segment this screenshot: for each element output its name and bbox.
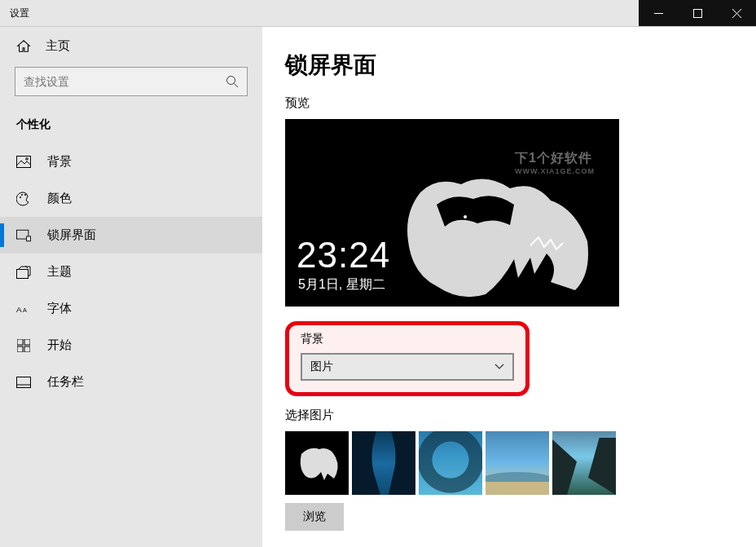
sidebar-item-label: 背景 [47,154,72,170]
svg-text:A: A [16,305,22,314]
svg-point-7 [26,158,29,161]
lockscreen-preview: 下1个好软件 WWW.XIA1GE.COM 23:24 5月1日, 星期二 [285,119,619,307]
close-button[interactable] [717,0,756,26]
dropdown-value: 图片 [310,360,333,374]
thumbnail-1[interactable] [285,431,349,495]
thumbnail-3[interactable] [419,431,482,495]
main-content: 锁屏界面 预览 下1个好软件 WWW.XIA1GE.COM 23:24 5月1日… [262,27,756,547]
svg-text:A: A [23,307,27,314]
browse-button[interactable]: 浏览 [285,503,344,531]
watermark-line1: 下1个好软件 [515,150,595,167]
svg-rect-16 [17,339,23,345]
preview-date: 5月1日, 星期二 [298,276,385,293]
sidebar-item-label: 锁屏界面 [47,227,96,243]
sidebar-item-label: 颜色 [47,191,72,206]
search-field[interactable] [24,75,226,88]
wolf-graphic [388,168,600,307]
svg-point-4 [227,77,235,85]
svg-line-5 [235,84,239,88]
lockscreen-icon [16,229,31,242]
sidebar-item-start[interactable]: 开始 [0,327,262,364]
sidebar-item-label: 主题 [47,264,72,280]
sidebar-item-label: 字体 [47,301,72,316]
sidebar-item-fonts[interactable]: AA 字体 [0,290,262,327]
picture-thumbnails [285,431,725,495]
sidebar-item-colors[interactable]: 颜色 [0,180,262,217]
preview-time: 23:24 [297,235,390,276]
taskbar-icon [16,377,31,388]
svg-point-10 [24,194,26,196]
sidebar-item-themes[interactable]: 主题 [0,254,262,290]
chevron-down-icon [494,364,504,370]
background-label: 背景 [301,332,514,346]
window-title: 设置 [0,7,29,20]
home-label: 主页 [46,38,70,54]
palette-icon [16,192,31,206]
thumbnail-5[interactable] [552,431,616,495]
thumbnail-4[interactable] [486,431,549,495]
window-controls [639,0,756,26]
sidebar-item-label: 开始 [47,337,72,353]
svg-point-8 [20,196,21,198]
preview-label: 预览 [285,95,725,111]
fonts-icon: AA [16,303,31,315]
svg-rect-1 [693,9,701,17]
themes-icon [16,266,31,279]
svg-rect-12 [27,236,31,240]
category-title: 个性化 [0,111,262,143]
svg-point-22 [464,215,467,218]
maximize-button[interactable] [678,0,717,26]
home-link[interactable]: 主页 [0,27,262,62]
titlebar: 设置 [0,0,756,27]
sidebar-item-taskbar[interactable]: 任务栏 [0,364,262,400]
sidebar: 主页 个性化 背景 颜色 锁屏界面 [0,27,262,547]
search-input[interactable] [15,67,248,96]
svg-rect-13 [17,269,29,278]
home-icon [16,39,31,54]
svg-point-9 [21,194,23,196]
thumbnail-2[interactable] [352,431,415,495]
svg-rect-18 [17,346,23,352]
svg-rect-20 [17,377,31,387]
page-title: 锁屏界面 [285,50,725,81]
svg-rect-6 [17,157,31,168]
sidebar-item-background[interactable]: 背景 [0,143,262,180]
start-icon [16,339,31,352]
svg-rect-24 [486,482,549,495]
sidebar-item-lockscreen[interactable]: 锁屏界面 [0,217,262,254]
background-dropdown[interactable]: 图片 [301,353,514,381]
svg-rect-19 [24,346,30,352]
sidebar-item-label: 任务栏 [47,374,84,390]
background-setting-highlight: 背景 图片 [285,321,530,396]
svg-rect-17 [24,339,30,345]
picture-icon [16,156,31,168]
choose-picture-label: 选择图片 [285,408,725,423]
minimize-button[interactable] [639,0,678,26]
search-icon [226,75,239,88]
